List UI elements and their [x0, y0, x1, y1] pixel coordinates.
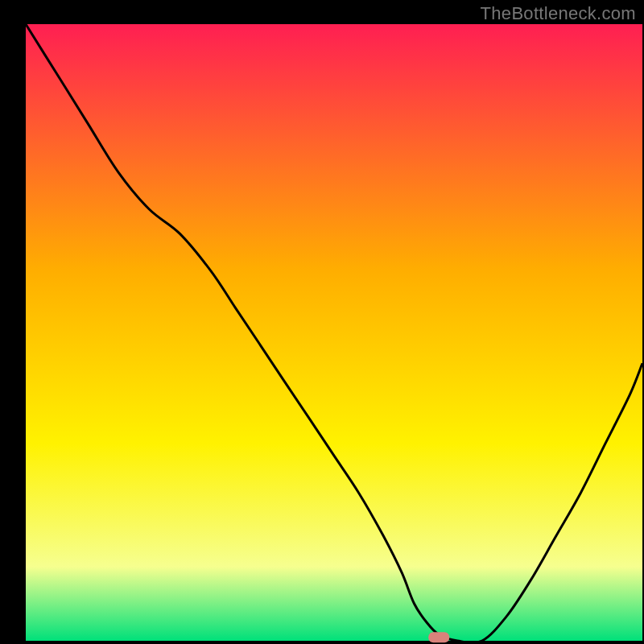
- optimal-point-marker: [428, 632, 449, 642]
- bottleneck-chart: [0, 0, 644, 644]
- watermark-text: TheBottleneck.com: [481, 3, 636, 24]
